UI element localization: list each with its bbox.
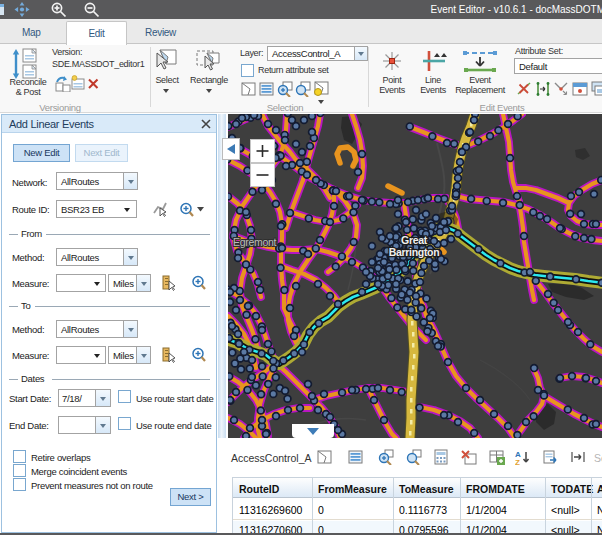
- svg-text:Z: Z: [515, 458, 520, 465]
- svg-text:Great: Great: [401, 234, 428, 246]
- svg-text:Egremont: Egremont: [233, 236, 277, 248]
- svg-text:Barrington: Barrington: [389, 246, 440, 258]
